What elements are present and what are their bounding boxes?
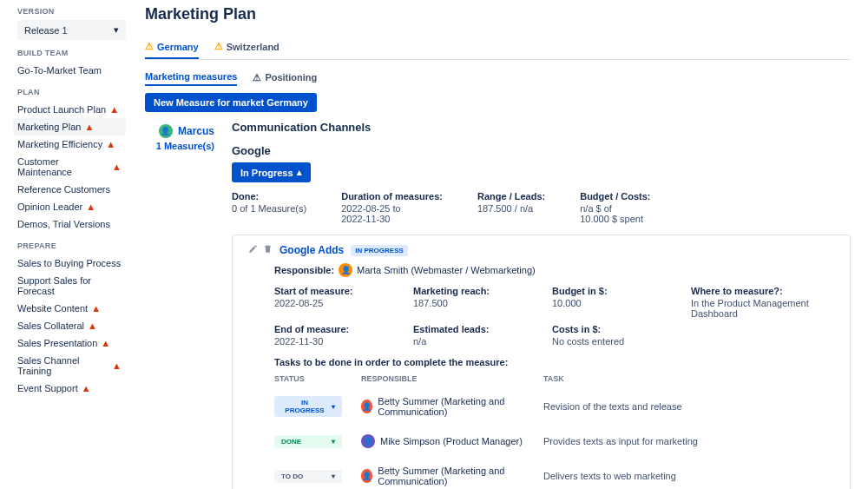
prepare-label: PREPARE xyxy=(17,241,126,250)
delete-icon[interactable] xyxy=(263,244,273,256)
detail-cell xyxy=(691,324,834,347)
sidebar-item[interactable]: Website Content▲ xyxy=(13,300,126,317)
page-title: Marketing Plan xyxy=(145,5,851,23)
sub-tab[interactable]: ⚠Positioning xyxy=(253,69,317,86)
market-tab[interactable]: ⚠Switzerland xyxy=(214,36,279,59)
warning-icon: ▲ xyxy=(106,139,115,149)
chevron-down-icon: ▾ xyxy=(332,438,335,446)
channel-status-button[interactable]: In Progress ▴ xyxy=(232,162,311,182)
kpi-block: Range / Leads:187.500 / n/a xyxy=(477,191,545,224)
warning-icon: ▲ xyxy=(112,162,122,172)
sidebar-item[interactable]: Sales Presentation▲ xyxy=(13,334,126,352)
task-table: STATUS RESPONSIBLE TASK IN PROGRESS▾👤Bet… xyxy=(274,371,834,489)
task-text: Revision of the texts and release xyxy=(543,401,834,412)
sidebar-item[interactable]: Sales to Buying Process xyxy=(13,254,126,272)
detail-cell: Start of measure:2022-08-25 xyxy=(274,286,396,319)
warning-icon: ⚠ xyxy=(214,41,223,52)
sidebar-item[interactable]: Product Launch Plan▲ xyxy=(13,101,126,118)
build-team-link[interactable]: Go-To-Market Team xyxy=(13,62,126,79)
measure-details: Start of measure:2022-08-25Marketing rea… xyxy=(274,286,834,347)
channel-kpis: Done:0 of 1 Measure(s)Duration of measur… xyxy=(232,191,851,224)
responsible-label: Responsible: xyxy=(274,265,334,275)
warning-icon: ▲ xyxy=(101,338,110,348)
task-row: TO DO▾👤Betty Summer (Marketing and Commu… xyxy=(274,457,834,489)
measure-card: Google Adds IN PROGRESS Responsible: 👤 M… xyxy=(232,235,851,489)
responsible-avatar: 👤 xyxy=(339,263,352,277)
detail-cell: Marketing reach:187.500 xyxy=(413,286,535,319)
warning-icon: ▲ xyxy=(82,383,91,393)
version-value: Release 1 xyxy=(24,25,68,36)
chevron-up-icon: ▴ xyxy=(297,167,302,178)
edit-icon[interactable] xyxy=(248,244,258,256)
sidebar-item[interactable]: Opinion Leader▲ xyxy=(13,198,126,215)
task-status-button[interactable]: DONE▾ xyxy=(274,435,342,448)
sidebar-item[interactable]: Reference Customers xyxy=(13,181,126,198)
responsible-name: Marta Smith (Webmaster / Webmarketing) xyxy=(357,265,536,275)
task-row: IN PROGRESS▾👤Betty Summer (Marketing and… xyxy=(274,387,834,426)
warning-icon: ▲ xyxy=(88,320,97,331)
warning-icon: ▲ xyxy=(112,360,122,371)
sidebar-item[interactable]: Sales Collateral▲ xyxy=(13,317,126,334)
chevron-down-icon: ▾ xyxy=(114,24,119,36)
kpi-block: Budget / Costs:n/a $ of10.000 $ spent xyxy=(580,191,650,224)
detail-cell: End of measure:2022-11-30 xyxy=(274,324,396,347)
warning-icon: ⚠ xyxy=(253,72,261,83)
col-status: STATUS xyxy=(274,374,361,383)
kpi-block: Duration of measures:2022-08-25 to2022-1… xyxy=(341,191,443,224)
task-status-button[interactable]: IN PROGRESS▾ xyxy=(274,396,342,417)
market-tabs: ⚠Germany⚠Switzerland xyxy=(145,36,851,60)
kpi-block: Done:0 of 1 Measure(s) xyxy=(232,191,306,224)
warning-icon: ▲ xyxy=(91,303,101,314)
section-header: Communication Channels xyxy=(232,121,851,134)
col-task: TASK xyxy=(543,374,834,383)
detail-cell: Costs in $:No costs entered xyxy=(552,324,674,347)
avatar: 👤 xyxy=(361,434,375,448)
version-label: VERSION xyxy=(17,7,126,16)
channel-title: Google xyxy=(232,144,851,157)
measure-title[interactable]: Google Adds xyxy=(279,244,344,256)
task-responsible: 👤Betty Summer (Marketing and Communicati… xyxy=(361,396,543,417)
task-text: Delivers texts to web marketing xyxy=(543,471,834,481)
sidebar-item[interactable]: Event Support▲ xyxy=(13,380,126,397)
owner-name[interactable]: Marcus xyxy=(178,125,214,137)
detail-cell: Budget in $:10.000 xyxy=(552,286,674,319)
chevron-down-icon: ▾ xyxy=(332,403,335,411)
avatar: 👤 xyxy=(361,469,372,483)
chevron-down-icon: ▾ xyxy=(332,472,335,480)
sidebar-item[interactable]: Marketing Plan▲ xyxy=(13,118,126,135)
task-row: DONE▾👤Mike Simpson (Product Manager)Prov… xyxy=(274,426,834,457)
warning-icon: ▲ xyxy=(84,122,94,132)
detail-cell: Where to measure?:In the Product Managem… xyxy=(691,286,834,319)
avatar: 👤 xyxy=(361,400,372,413)
task-status-button[interactable]: TO DO▾ xyxy=(274,470,342,483)
sidebar-item[interactable]: Support Sales for Forecast xyxy=(13,272,126,300)
sidebar-item[interactable]: Customer Maintenance▲ xyxy=(13,153,126,181)
warning-icon: ▲ xyxy=(109,104,119,115)
measure-count: 1 Measure(s) xyxy=(145,141,214,151)
version-select[interactable]: Release 1 ▾ xyxy=(17,20,126,40)
sub-tabs: Marketing measures⚠Positioning xyxy=(145,69,851,86)
owner-column: 👤 Marcus 1 Measure(s) xyxy=(145,121,214,489)
measure-status-badge: IN PROGRESS xyxy=(351,245,408,256)
task-responsible: 👤Mike Simpson (Product Manager) xyxy=(361,434,543,448)
market-tab[interactable]: ⚠Germany xyxy=(145,36,199,59)
col-responsible: RESPONSIBLE xyxy=(361,374,543,383)
detail-cell: Estimated leads:n/a xyxy=(413,324,535,347)
sidebar-item[interactable]: Demos, Trial Versions xyxy=(13,215,126,233)
new-measure-button[interactable]: New Measure for market Germany xyxy=(145,93,317,112)
sub-tab[interactable]: Marketing measures xyxy=(145,69,237,86)
sidebar-item[interactable]: Marketing Efficiency▲ xyxy=(13,135,126,153)
task-responsible: 👤Betty Summer (Marketing and Communicati… xyxy=(361,466,543,486)
task-text: Provides texts as input for marketing xyxy=(543,436,834,446)
sidebar-item[interactable]: Sales Channel Training▲ xyxy=(13,352,126,380)
plan-label: PLAN xyxy=(17,88,126,96)
owner-avatar: 👤 xyxy=(159,124,173,138)
build-team-label: BUILD TEAM xyxy=(17,49,126,57)
sidebar: VERSION Release 1 ▾ BUILD TEAM Go-To-Mar… xyxy=(0,0,135,489)
main-content: Marketing Plan ⚠Germany⚠Switzerland Mark… xyxy=(135,0,868,489)
warning-icon: ⚠ xyxy=(145,41,154,52)
warning-icon: ▲ xyxy=(86,202,95,212)
tasks-heading: Tasks to be done in order to complete th… xyxy=(274,357,834,367)
